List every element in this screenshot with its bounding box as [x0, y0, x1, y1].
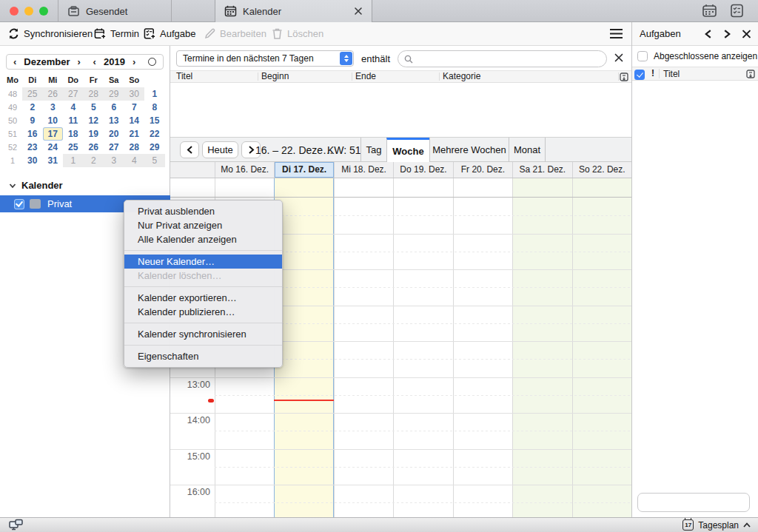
- menu-item-neuer-kalender[interactable]: Neuer Kalender…: [124, 255, 282, 269]
- mini-day-today[interactable]: 17: [43, 127, 64, 141]
- mini-day[interactable]: 5: [84, 101, 104, 114]
- list-column-header[interactable]: Ende: [355, 71, 376, 82]
- mini-day[interactable]: 28: [124, 141, 145, 154]
- mini-day[interactable]: 26: [43, 87, 64, 101]
- allday-cell[interactable]: [334, 178, 393, 197]
- synchronize-button[interactable]: Synchronisieren: [7, 22, 93, 45]
- panel-close-icon[interactable]: [742, 30, 751, 38]
- prev-week-button[interactable]: [180, 141, 199, 158]
- menu-item-kalender-löschen[interactable]: Kalender löschen…: [124, 269, 282, 283]
- mini-day[interactable]: 20: [104, 127, 124, 141]
- weekday-header[interactable]: Di 17. Dez.: [274, 162, 333, 178]
- menu-item-eigenschaften[interactable]: Eigenschaften: [124, 349, 282, 363]
- mini-day[interactable]: 18: [63, 127, 84, 141]
- mini-day[interactable]: 6: [104, 101, 124, 114]
- show-completed-checkbox[interactable]: [637, 51, 648, 61]
- search-input[interactable]: [417, 54, 587, 64]
- menu-icon[interactable]: [609, 28, 623, 39]
- menu-item-kalender-synchronisieren[interactable]: Kalender synchronisieren: [124, 327, 282, 341]
- new-appointment-button[interactable]: Termin: [94, 22, 139, 45]
- mini-day[interactable]: 25: [22, 87, 43, 101]
- mini-day[interactable]: 11: [63, 114, 84, 127]
- mini-day[interactable]: 4: [124, 154, 145, 167]
- day-column[interactable]: [393, 198, 452, 517]
- mini-day[interactable]: 10: [43, 114, 64, 127]
- view-tab-woche[interactable]: Woche: [386, 138, 429, 162]
- column-picker-icon[interactable]: [620, 73, 628, 81]
- new-task-input[interactable]: [637, 493, 750, 512]
- delete-button[interactable]: Löschen: [271, 22, 323, 45]
- mini-day[interactable]: 30: [22, 154, 43, 167]
- day-column[interactable]: [274, 198, 333, 517]
- weekday-header[interactable]: So 22. Dez.: [572, 162, 631, 178]
- mini-day[interactable]: 25: [63, 141, 84, 154]
- list-column-header[interactable]: Kategorie: [443, 71, 480, 82]
- allday-cell[interactable]: [453, 178, 512, 197]
- mini-day[interactable]: 13: [104, 114, 124, 127]
- menu-item-alle-kalender-anzeigen[interactable]: Alle Kalender anzeigen: [124, 232, 282, 246]
- tab-kalender[interactable]: Kalender: [215, 0, 372, 22]
- tab-gesendet[interactable]: Gesendet: [58, 0, 172, 22]
- mini-day[interactable]: 24: [43, 141, 64, 154]
- allday-cell[interactable]: [572, 178, 631, 197]
- clear-search-icon[interactable]: [613, 52, 625, 64]
- mini-day[interactable]: 12: [84, 114, 104, 127]
- panel-prev-icon[interactable]: [704, 30, 712, 38]
- close-tab-icon[interactable]: [354, 7, 363, 16]
- allday-cell[interactable]: [393, 178, 452, 197]
- panel-next-icon[interactable]: [723, 30, 731, 38]
- calendar-section-header[interactable]: Kalender: [9, 180, 63, 191]
- weekday-header[interactable]: Mo 16. Dez.: [215, 162, 274, 178]
- mini-day[interactable]: 29: [144, 141, 165, 154]
- mini-day[interactable]: 27: [104, 141, 124, 154]
- menu-item-kalender-publizieren[interactable]: Kalender publizieren…: [124, 305, 282, 319]
- day-column[interactable]: [453, 198, 512, 517]
- allday-cell[interactable]: [274, 178, 333, 197]
- mini-day[interactable]: 3: [104, 154, 124, 167]
- new-task-button[interactable]: Aufgabe: [144, 22, 195, 45]
- mini-day[interactable]: 9: [22, 114, 43, 127]
- mini-day[interactable]: 19: [84, 127, 104, 141]
- mini-day[interactable]: 27: [63, 87, 84, 101]
- prev-year-button[interactable]: ‹: [93, 56, 96, 67]
- view-tab-mehrere-wochen[interactable]: Mehrere Wochen: [429, 138, 509, 162]
- menu-item-privat-ausblenden[interactable]: Privat ausblenden: [124, 204, 282, 218]
- next-year-button[interactable]: ›: [133, 56, 135, 67]
- mini-day[interactable]: 2: [22, 101, 43, 114]
- menu-item-nur-privat-anzeigen[interactable]: Nur Privat anzeigen: [124, 218, 282, 232]
- priority-column-header[interactable]: !: [651, 68, 654, 78]
- search-field[interactable]: [398, 50, 607, 67]
- view-tab-tag[interactable]: Tag: [360, 138, 386, 162]
- mini-day[interactable]: 21: [124, 127, 145, 141]
- column-picker-icon[interactable]: [746, 70, 755, 78]
- zoom-window-button[interactable]: [39, 7, 48, 16]
- weekday-header[interactable]: Sa 21. Dez.: [512, 162, 571, 178]
- day-column[interactable]: [334, 198, 393, 517]
- menu-item-kalender-exportieren[interactable]: Kalender exportieren…: [124, 291, 282, 305]
- mini-day[interactable]: 8: [144, 101, 165, 114]
- allday-cell[interactable]: [215, 178, 274, 197]
- list-column-header[interactable]: Beginn: [261, 71, 289, 82]
- mini-day[interactable]: 14: [124, 114, 145, 127]
- next-month-button[interactable]: ›: [77, 56, 80, 67]
- title-column-header[interactable]: Titel: [663, 69, 680, 79]
- prev-month-button[interactable]: ‹: [13, 56, 16, 67]
- list-column-header[interactable]: Titel: [176, 71, 192, 82]
- tasks-window-icon[interactable]: [729, 4, 745, 18]
- mini-day[interactable]: 23: [22, 141, 43, 154]
- mini-day[interactable]: 16: [22, 127, 43, 141]
- dayplan-button[interactable]: 17 Tagesplan: [682, 518, 751, 532]
- today-button[interactable]: Heute: [202, 141, 238, 158]
- mini-day[interactable]: 30: [124, 87, 145, 101]
- today-circle-button[interactable]: [148, 58, 156, 66]
- mini-day[interactable]: 26: [84, 141, 104, 154]
- mini-day[interactable]: 29: [104, 87, 124, 101]
- mini-day[interactable]: 1: [63, 154, 84, 167]
- day-column[interactable]: [572, 198, 631, 517]
- tasks-select-all-checkbox[interactable]: [634, 70, 645, 80]
- allday-cell[interactable]: [512, 178, 571, 197]
- view-tab-monat[interactable]: Monat: [509, 138, 546, 162]
- mini-day[interactable]: 3: [43, 101, 64, 114]
- mini-day[interactable]: 15: [144, 114, 165, 127]
- weekday-header[interactable]: Do 19. Dez.: [393, 162, 452, 178]
